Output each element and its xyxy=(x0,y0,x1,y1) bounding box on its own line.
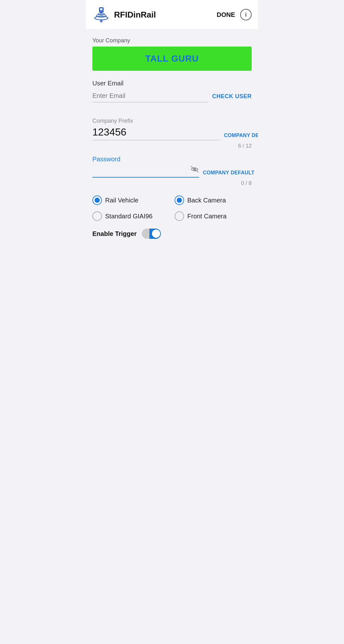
user-email-label: User Email xyxy=(92,80,252,87)
svg-point-1 xyxy=(95,16,108,20)
email-row: CHECK USER xyxy=(92,92,252,102)
radio-item-standard-giai96[interactable]: Standard GIAI96 xyxy=(92,211,169,221)
email-input[interactable] xyxy=(92,92,208,102)
svg-point-7 xyxy=(102,11,103,11)
radio-circle-standard-giai96 xyxy=(92,211,102,221)
company-prefix-section: Company Prefix COMPANY DEFAULT 6 / 12 xyxy=(92,118,252,149)
company-prefix-input[interactable] xyxy=(92,126,220,140)
company-section: Your Company TALL GURU xyxy=(92,37,252,71)
company-prefix-label: Company Prefix xyxy=(92,118,252,124)
enable-trigger-row: Enable Trigger xyxy=(92,229,252,239)
password-company-default-button[interactable]: COMPANY DEFAULT xyxy=(203,170,254,178)
toggle-thumb xyxy=(152,230,160,238)
radio-item-back-camera[interactable]: Back Camera xyxy=(175,195,252,205)
password-input[interactable] xyxy=(92,166,188,175)
radio-circle-front-camera xyxy=(175,211,184,221)
separator-1 xyxy=(92,105,252,118)
enable-trigger-toggle[interactable] xyxy=(142,229,161,239)
radio-label-rail-vehicle: Rail Vehicle xyxy=(105,197,139,204)
toggle-track xyxy=(142,229,161,239)
enable-trigger-label: Enable Trigger xyxy=(92,230,137,238)
password-visibility-icon[interactable] xyxy=(190,165,199,175)
svg-rect-5 xyxy=(100,8,103,10)
radio-item-rail-vehicle[interactable]: Rail Vehicle xyxy=(92,195,169,205)
radio-circle-back-camera xyxy=(175,195,184,205)
app-logo xyxy=(92,5,114,24)
company-section-label: Your Company xyxy=(92,37,252,44)
check-user-button[interactable]: CHECK USER xyxy=(212,93,252,102)
prefix-company-default-button[interactable]: COMPANY DEFAULT xyxy=(224,133,258,140)
radio-label-back-camera: Back Camera xyxy=(187,197,226,204)
password-input-wrapper xyxy=(92,165,199,178)
radio-grid: Rail Vehicle Back Camera Standard GIAI96… xyxy=(92,195,252,221)
password-row: COMPANY DEFAULT xyxy=(92,165,252,178)
company-name-button[interactable]: TALL GURU xyxy=(92,47,252,71)
done-button[interactable]: DONE xyxy=(217,11,235,18)
svg-point-6 xyxy=(100,11,101,11)
info-icon: i xyxy=(245,11,247,18)
app-title: RFIDinRail xyxy=(114,10,217,20)
radio-circle-rail-vehicle xyxy=(92,195,102,205)
radio-label-standard-giai96: Standard GIAI96 xyxy=(105,213,153,220)
radio-item-front-camera[interactable]: Front Camera xyxy=(175,211,252,221)
password-char-count: 0 / 8 xyxy=(92,180,252,187)
svg-rect-8 xyxy=(100,12,102,13)
password-section: Password COMPANY DEFAULT 0 / 8 xyxy=(92,156,252,187)
info-button[interactable]: i xyxy=(240,9,252,20)
main-content: Your Company TALL GURU User Email CHECK … xyxy=(86,30,258,255)
user-email-section: User Email CHECK USER xyxy=(92,80,252,102)
radio-section: Rail Vehicle Back Camera Standard GIAI96… xyxy=(92,195,252,239)
radio-label-front-camera: Front Camera xyxy=(187,213,226,220)
prefix-row: COMPANY DEFAULT xyxy=(92,126,252,140)
prefix-char-count: 6 / 12 xyxy=(92,143,252,149)
password-label: Password xyxy=(92,156,252,163)
app-header: RFIDinRail DONE i xyxy=(86,0,258,30)
svg-point-0 xyxy=(100,20,103,22)
